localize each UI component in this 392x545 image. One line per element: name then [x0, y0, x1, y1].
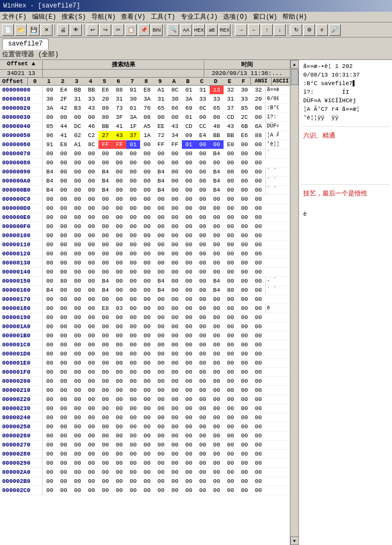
hex-byte[interactable]: 00 — [57, 331, 71, 340]
hex-byte[interactable]: 00 — [71, 331, 84, 340]
hex-byte[interactable]: 00 — [98, 249, 112, 258]
hex-byte[interactable]: 00 — [237, 322, 251, 331]
hex-byte[interactable]: 00 — [126, 222, 140, 231]
hex-byte[interactable]: 00 — [126, 204, 140, 213]
hex-byte[interactable]: 00 — [126, 368, 140, 376]
hex-byte[interactable]: 32 — [224, 86, 237, 94]
hex-byte[interactable]: CD — [182, 122, 196, 131]
hex-byte[interactable]: 00 — [251, 459, 265, 467]
hex-byte[interactable]: 00 — [98, 149, 112, 158]
hex-byte[interactable]: 00 — [126, 459, 140, 467]
hex-byte[interactable]: 00 — [57, 268, 71, 276]
hex-byte[interactable]: 00 — [126, 422, 140, 431]
hex-byte[interactable]: 00 — [251, 222, 265, 231]
hex-byte[interactable]: 00 — [140, 195, 154, 203]
hex-byte[interactable]: 00 — [196, 222, 210, 231]
hex-byte[interactable]: 00 — [251, 213, 265, 222]
hex-byte[interactable]: 61 — [126, 104, 140, 112]
undo-button[interactable]: ↩ — [87, 24, 98, 36]
hex-byte[interactable]: 00 — [126, 295, 140, 304]
hex-byte[interactable]: 00 — [168, 195, 182, 203]
hex-byte[interactable]: 00 — [224, 213, 237, 222]
hex-byte[interactable]: 00 — [71, 450, 84, 458]
hex-byte[interactable]: 00 — [98, 368, 112, 376]
hex-byte[interactable]: 00 — [210, 231, 224, 240]
hex-byte[interactable]: 00 — [43, 304, 57, 313]
hex-byte[interactable]: CC — [196, 122, 210, 131]
hex-byte[interactable]: 00 — [43, 432, 57, 440]
hex-byte[interactable]: 00 — [126, 186, 140, 194]
hex-byte[interactable]: 00 — [43, 359, 57, 367]
scroll-thumb[interactable] — [291, 69, 298, 85]
hex-byte[interactable]: 43 — [168, 122, 182, 131]
hex-byte[interactable]: 00 — [237, 432, 251, 440]
hex-byte[interactable]: 00 — [71, 158, 84, 167]
hex-byte[interactable]: 00 — [84, 222, 98, 231]
hex-byte[interactable]: 00 — [71, 395, 84, 404]
hex-byte[interactable]: 00 — [237, 222, 251, 231]
hex-byte[interactable]: 00 — [251, 259, 265, 267]
hex-byte[interactable]: 00 — [140, 140, 154, 149]
hex-byte[interactable]: 00 — [210, 340, 224, 349]
table-row[interactable]: 000000B0B4000000B4000000B4000000B4000000… — [0, 186, 290, 195]
hex-byte[interactable]: 00 — [210, 313, 224, 322]
hex-byte[interactable]: 00 — [237, 468, 251, 476]
hex-byte[interactable]: 00 — [168, 177, 182, 185]
hex-byte[interactable]: 20 — [251, 95, 265, 103]
hex-byte[interactable]: 00 — [57, 286, 71, 294]
hex-byte[interactable]: 00 — [98, 459, 112, 467]
hex-byte[interactable]: 00 — [168, 259, 182, 267]
hex-byte[interactable]: 65 — [154, 104, 168, 112]
table-row[interactable]: 0000000009E4BBBBE68891E8A18C013113323032… — [0, 86, 290, 95]
hex-byte[interactable]: 00 — [182, 304, 196, 313]
hex-byte[interactable]: 00 — [224, 377, 237, 385]
hex-byte[interactable]: 37 — [224, 104, 237, 112]
hex-byte[interactable]: 00 — [84, 340, 98, 349]
hex-byte[interactable]: E8 — [57, 140, 71, 149]
hex-byte[interactable]: 00 — [196, 240, 210, 249]
hex-byte[interactable]: 00 — [126, 195, 140, 203]
hex-byte[interactable]: 00 — [98, 377, 112, 385]
hex-byte[interactable]: 00 — [182, 486, 196, 495]
hex-byte[interactable]: 00 — [84, 313, 98, 322]
hex-byte[interactable]: 00 — [43, 468, 57, 476]
hex-byte[interactable]: 00 — [126, 432, 140, 440]
menu-tools[interactable]: 工具(T) — [151, 12, 175, 21]
hex-byte[interactable]: 00 — [210, 204, 224, 213]
hex-byte[interactable]: 00 — [251, 295, 265, 304]
hex-byte[interactable]: 00 — [237, 259, 251, 267]
hex-byte[interactable]: 2C — [237, 113, 251, 122]
hex-byte[interactable]: 00 — [98, 404, 112, 413]
hex-byte[interactable]: 00 — [182, 158, 196, 167]
hex-byte[interactable]: 00 — [251, 140, 265, 149]
hash-btn[interactable]: # — [316, 24, 328, 36]
hex-byte[interactable]: 00 — [112, 386, 126, 395]
hex-byte[interactable]: 30 — [237, 86, 251, 94]
hex-byte[interactable]: 00 — [182, 268, 196, 276]
hex-byte[interactable]: 00 — [168, 468, 182, 476]
hex-byte[interactable]: 00 — [84, 277, 98, 285]
hex-byte[interactable]: 43 — [84, 104, 98, 112]
hex-byte[interactable]: 00 — [224, 259, 237, 267]
hex-byte[interactable]: 00 — [196, 322, 210, 331]
hex-byte[interactable]: 00 — [154, 477, 168, 486]
hex-byte[interactable]: 00 — [237, 286, 251, 294]
hex-byte[interactable]: 00 — [182, 313, 196, 322]
hex-byte[interactable]: 00 — [140, 277, 154, 285]
hex-byte[interactable]: 00 — [112, 486, 126, 495]
hex-byte[interactable]: 00 — [224, 231, 237, 240]
hex-byte[interactable]: 00 — [237, 168, 251, 176]
hex-byte[interactable]: 00 — [98, 422, 112, 431]
hex-byte[interactable]: 00 — [224, 468, 237, 476]
menu-help[interactable]: 帮助(H) — [282, 12, 307, 21]
hex-byte[interactable]: 00 — [57, 231, 71, 240]
hex-byte[interactable]: 00 — [112, 259, 126, 267]
hex-byte[interactable]: 00 — [168, 213, 182, 222]
hex-byte[interactable]: 01 — [182, 140, 196, 149]
hex-byte[interactable]: 00 — [71, 313, 84, 322]
find-btn[interactable]: AA — [180, 24, 192, 36]
hex-byte[interactable]: 00 — [126, 304, 140, 313]
hex-byte[interactable]: 00 — [98, 259, 112, 267]
hex-btn[interactable]: HEX — [193, 24, 205, 36]
hex-byte[interactable]: 00 — [140, 432, 154, 440]
